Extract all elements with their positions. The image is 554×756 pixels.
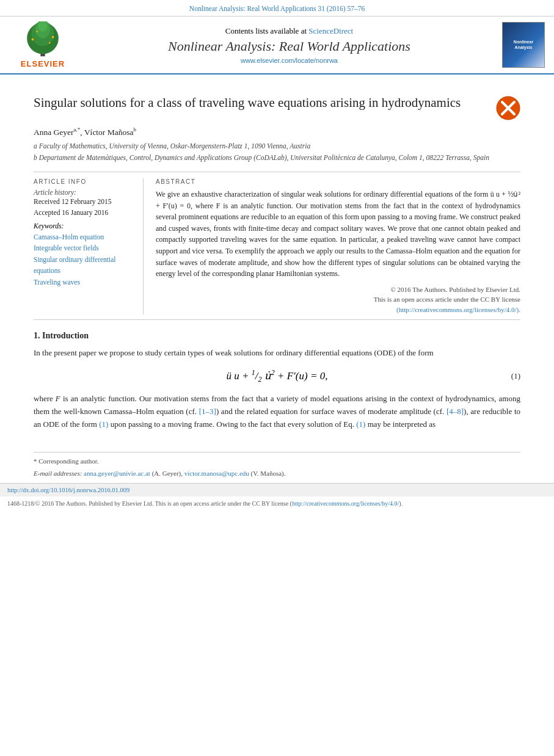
affil-a: a Faculty of Mathematics, University of … <box>34 141 520 151</box>
author2-sup: b <box>133 126 136 133</box>
crossmark-icon[interactable]: CrossMark <box>496 96 520 120</box>
cc-text: This is an open access article under the… <box>374 296 520 303</box>
elsevier-wordmark: ELSEVIER <box>21 59 65 68</box>
cover-thumbnail: Nonlinear Analysis <box>502 22 545 68</box>
eq1-Fprime: F′(u) <box>287 370 308 382</box>
elsevier-tree-icon <box>18 21 67 58</box>
abstract-text: We give an exhaustive characterization o… <box>156 189 520 280</box>
journal-title: Nonlinear Analysis: Real World Applicati… <box>79 38 499 54</box>
email-line: E-mail addresses: anna.geyer@univie.ac.a… <box>34 468 520 479</box>
email2-owner: (V. Mañosa). <box>251 470 286 477</box>
eq1-ref-1[interactable]: (1) <box>99 420 108 429</box>
abstract-heading: ABSTRACT <box>156 178 520 185</box>
email-label: E-mail addresses: <box>34 470 82 477</box>
eq1-sq: 2 <box>271 368 275 377</box>
authors-line: Anna Geyera,*, Víctor Mañosab <box>34 126 520 137</box>
article-title-block: Singular solutions for a class of travel… <box>34 95 520 120</box>
issn-link[interactable]: http://creativecommons.org/licenses/by/4… <box>292 500 399 507</box>
eq1-fraction: 1/2 <box>252 370 264 382</box>
section-number: 1. <box>34 331 40 340</box>
sciencedirect-line: Contents lists available at ScienceDirec… <box>79 26 499 36</box>
keyword-3[interactable]: Singular ordinary differential equations <box>34 254 136 277</box>
history-label: Article history: <box>34 189 136 196</box>
copyright-line: © 2016 The Authors. Published by Elsevie… <box>156 285 520 295</box>
issn-text: 1468-1218/© 2016 The Authors. Published … <box>7 500 292 507</box>
ref-4-8[interactable]: [4–8] <box>446 407 464 416</box>
svg-point-8 <box>49 42 51 44</box>
author1-name: Anna Geyer <box>34 128 74 137</box>
sciencedirect-link[interactable]: ScienceDirect <box>308 26 353 35</box>
intro-para2: where F is an analytic function. Our mot… <box>34 393 520 431</box>
doi-text: http://dx.doi.org/10.1016/j.nonrwa.2016.… <box>7 487 129 493</box>
introduction-section: 1. Introduction In the present paper we … <box>34 331 520 431</box>
author1-sup: a,* <box>74 126 81 133</box>
intro-para1: In the present paper we propose to study… <box>34 347 520 360</box>
journal-url[interactable]: www.elsevier.com/locate/nonrwa <box>79 57 499 64</box>
F-symbol: F <box>56 394 60 403</box>
footer-notes: * Corresponding author. E-mail addresses… <box>34 452 520 478</box>
journal-citation-text: Nonlinear Analysis: Real World Applicati… <box>189 5 365 12</box>
issn-bar: 1468-1218/© 2016 The Authors. Published … <box>0 496 554 511</box>
journal-citation-bar: Nonlinear Analysis: Real World Applicati… <box>0 0 554 16</box>
intro-para1-text: In the present paper we propose to study… <box>34 348 434 357</box>
doi-bar[interactable]: http://dx.doi.org/10.1016/j.nonrwa.2016.… <box>0 483 554 496</box>
equation-1-number: (1) <box>511 371 520 381</box>
section-divider-1 <box>34 172 520 172</box>
accepted-date: Accepted 16 January 2016 <box>34 209 136 216</box>
article-info-column: ARTICLE INFO Article history: Received 1… <box>34 178 144 314</box>
article-content: Singular solutions for a class of travel… <box>0 75 554 446</box>
keywords-label: Keywords: <box>34 222 136 230</box>
keywords-list: Camassa–Holm equation Integrable vector … <box>34 231 136 288</box>
svg-text:CrossMark: CrossMark <box>501 115 516 119</box>
journal-center: Contents lists available at ScienceDirec… <box>79 26 499 64</box>
affil-b-text: b Departament de Matemàtiques, Control, … <box>34 153 489 163</box>
equation-1: ü u + 1/2 u̇2 + F′(u) = 0, <box>227 368 328 384</box>
received-date: Received 12 February 2015 <box>34 198 136 205</box>
eq1-udot: u̇ <box>264 370 271 382</box>
corresponding-note: * Corresponding author. <box>34 456 520 467</box>
info-abstract-columns: ARTICLE INFO Article history: Received 1… <box>34 178 520 314</box>
keyword-2[interactable]: Integrable vector fields <box>34 242 136 253</box>
affil-a-text: a Faculty of Mathematics, University of … <box>34 141 310 151</box>
issn-close: ). <box>399 500 403 507</box>
svg-point-6 <box>52 36 54 38</box>
email2[interactable]: victor.manosa@upc.edu <box>184 470 249 477</box>
abstract-column: ABSTRACT We give an exhaustive character… <box>156 178 520 314</box>
article-info-heading: ARTICLE INFO <box>34 178 136 185</box>
journal-header: ELSEVIER Contents lists available at Sci… <box>0 16 554 75</box>
elsevier-logo: ELSEVIER <box>6 21 79 68</box>
email1[interactable]: anna.geyer@univie.ac.at <box>84 470 150 477</box>
corresponding-text: * Corresponding author. <box>34 457 99 465</box>
copyright-block: © 2016 The Authors. Published by Elsevie… <box>156 285 520 315</box>
section-divider-2 <box>34 319 520 320</box>
contents-label: Contents lists available at <box>225 26 307 35</box>
section-title: 1. Introduction <box>34 331 520 341</box>
journal-cover: Nonlinear Analysis <box>499 22 548 68</box>
equation-1-block: ü u + 1/2 u̇2 + F′(u) = 0, (1) <box>34 368 520 384</box>
svg-point-7 <box>36 31 38 32</box>
ref-1-3[interactable]: [1–3] <box>199 407 216 416</box>
cc-link[interactable]: (http://creativecommons.org/licenses/by/… <box>396 306 520 313</box>
affiliations-block: a Faculty of Mathematics, University of … <box>34 141 520 164</box>
eq1-lhs: ü u <box>227 370 239 382</box>
keyword-4[interactable]: Traveling waves <box>34 277 136 288</box>
cc-line: This is an open access article under the… <box>156 294 520 314</box>
author2-name: Víctor Mañosa <box>84 128 134 137</box>
svg-point-5 <box>32 38 34 41</box>
eq1-ref-2[interactable]: (1) <box>356 420 365 429</box>
section-name: Introduction <box>42 331 89 340</box>
affil-b: b Departament de Matemàtiques, Control, … <box>34 153 520 163</box>
keyword-1[interactable]: Camassa–Holm equation <box>34 231 136 242</box>
page: Nonlinear Analysis: Real World Applicati… <box>0 0 554 756</box>
cover-title-text: Nonlinear Analysis <box>514 40 533 50</box>
email1-owner: (A. Geyer), <box>152 470 183 477</box>
article-title-text: Singular solutions for a class of travel… <box>34 95 490 111</box>
